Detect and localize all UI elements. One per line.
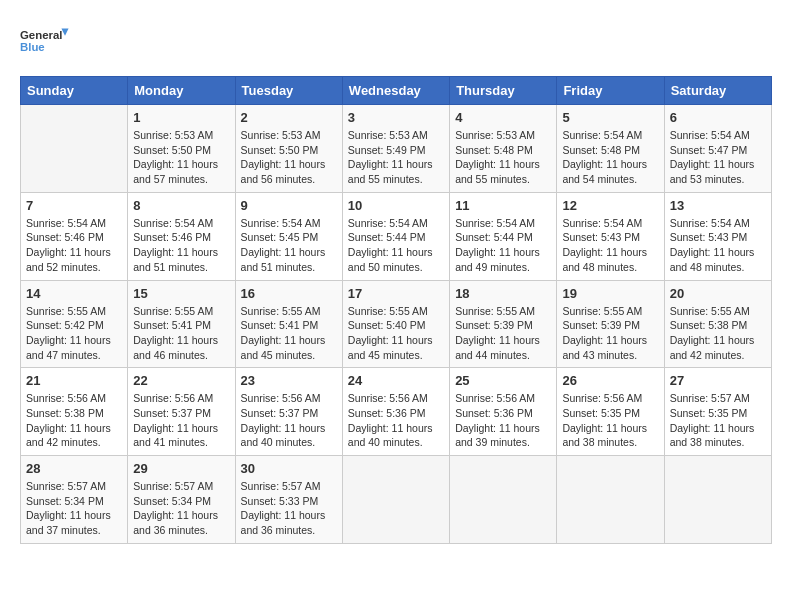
day-number: 2 xyxy=(241,110,337,125)
day-info: Sunrise: 5:55 AMSunset: 5:41 PMDaylight:… xyxy=(241,304,337,363)
day-info: Sunrise: 5:54 AMSunset: 5:43 PMDaylight:… xyxy=(562,216,658,275)
day-number: 18 xyxy=(455,286,551,301)
day-info: Sunrise: 5:56 AMSunset: 5:35 PMDaylight:… xyxy=(562,391,658,450)
calendar-week-row: 1Sunrise: 5:53 AMSunset: 5:50 PMDaylight… xyxy=(21,105,772,193)
calendar-cell: 24Sunrise: 5:56 AMSunset: 5:36 PMDayligh… xyxy=(342,368,449,456)
day-info: Sunrise: 5:55 AMSunset: 5:39 PMDaylight:… xyxy=(455,304,551,363)
day-number: 28 xyxy=(26,461,122,476)
calendar-cell xyxy=(342,456,449,544)
weekday-header-tuesday: Tuesday xyxy=(235,77,342,105)
calendar-cell: 11Sunrise: 5:54 AMSunset: 5:44 PMDayligh… xyxy=(450,192,557,280)
calendar-cell xyxy=(450,456,557,544)
day-info: Sunrise: 5:55 AMSunset: 5:42 PMDaylight:… xyxy=(26,304,122,363)
calendar-cell: 2Sunrise: 5:53 AMSunset: 5:50 PMDaylight… xyxy=(235,105,342,193)
day-number: 25 xyxy=(455,373,551,388)
calendar-week-row: 14Sunrise: 5:55 AMSunset: 5:42 PMDayligh… xyxy=(21,280,772,368)
day-number: 14 xyxy=(26,286,122,301)
day-number: 11 xyxy=(455,198,551,213)
day-number: 9 xyxy=(241,198,337,213)
day-info: Sunrise: 5:55 AMSunset: 5:40 PMDaylight:… xyxy=(348,304,444,363)
day-number: 7 xyxy=(26,198,122,213)
day-info: Sunrise: 5:55 AMSunset: 5:41 PMDaylight:… xyxy=(133,304,229,363)
day-number: 26 xyxy=(562,373,658,388)
calendar-cell: 9Sunrise: 5:54 AMSunset: 5:45 PMDaylight… xyxy=(235,192,342,280)
calendar-week-row: 28Sunrise: 5:57 AMSunset: 5:34 PMDayligh… xyxy=(21,456,772,544)
day-number: 24 xyxy=(348,373,444,388)
weekday-header-sunday: Sunday xyxy=(21,77,128,105)
day-number: 4 xyxy=(455,110,551,125)
day-info: Sunrise: 5:57 AMSunset: 5:35 PMDaylight:… xyxy=(670,391,766,450)
day-number: 17 xyxy=(348,286,444,301)
day-info: Sunrise: 5:57 AMSunset: 5:34 PMDaylight:… xyxy=(133,479,229,538)
day-number: 21 xyxy=(26,373,122,388)
day-info: Sunrise: 5:54 AMSunset: 5:44 PMDaylight:… xyxy=(455,216,551,275)
calendar-cell: 16Sunrise: 5:55 AMSunset: 5:41 PMDayligh… xyxy=(235,280,342,368)
calendar-cell: 25Sunrise: 5:56 AMSunset: 5:36 PMDayligh… xyxy=(450,368,557,456)
calendar-cell: 23Sunrise: 5:56 AMSunset: 5:37 PMDayligh… xyxy=(235,368,342,456)
calendar-cell: 3Sunrise: 5:53 AMSunset: 5:49 PMDaylight… xyxy=(342,105,449,193)
calendar-cell: 13Sunrise: 5:54 AMSunset: 5:43 PMDayligh… xyxy=(664,192,771,280)
calendar-cell: 19Sunrise: 5:55 AMSunset: 5:39 PMDayligh… xyxy=(557,280,664,368)
day-info: Sunrise: 5:53 AMSunset: 5:50 PMDaylight:… xyxy=(133,128,229,187)
day-info: Sunrise: 5:56 AMSunset: 5:36 PMDaylight:… xyxy=(348,391,444,450)
day-number: 19 xyxy=(562,286,658,301)
calendar-cell: 12Sunrise: 5:54 AMSunset: 5:43 PMDayligh… xyxy=(557,192,664,280)
day-number: 16 xyxy=(241,286,337,301)
calendar-cell xyxy=(664,456,771,544)
calendar-cell: 1Sunrise: 5:53 AMSunset: 5:50 PMDaylight… xyxy=(128,105,235,193)
day-number: 8 xyxy=(133,198,229,213)
weekday-header-monday: Monday xyxy=(128,77,235,105)
day-info: Sunrise: 5:55 AMSunset: 5:38 PMDaylight:… xyxy=(670,304,766,363)
calendar-table: SundayMondayTuesdayWednesdayThursdayFrid… xyxy=(20,76,772,544)
calendar-cell: 18Sunrise: 5:55 AMSunset: 5:39 PMDayligh… xyxy=(450,280,557,368)
day-number: 5 xyxy=(562,110,658,125)
day-number: 30 xyxy=(241,461,337,476)
day-info: Sunrise: 5:55 AMSunset: 5:39 PMDaylight:… xyxy=(562,304,658,363)
calendar-cell: 27Sunrise: 5:57 AMSunset: 5:35 PMDayligh… xyxy=(664,368,771,456)
day-number: 29 xyxy=(133,461,229,476)
day-number: 3 xyxy=(348,110,444,125)
day-number: 10 xyxy=(348,198,444,213)
day-info: Sunrise: 5:54 AMSunset: 5:46 PMDaylight:… xyxy=(26,216,122,275)
day-info: Sunrise: 5:56 AMSunset: 5:37 PMDaylight:… xyxy=(133,391,229,450)
calendar-cell xyxy=(21,105,128,193)
day-info: Sunrise: 5:53 AMSunset: 5:49 PMDaylight:… xyxy=(348,128,444,187)
calendar-week-row: 7Sunrise: 5:54 AMSunset: 5:46 PMDaylight… xyxy=(21,192,772,280)
calendar-cell: 17Sunrise: 5:55 AMSunset: 5:40 PMDayligh… xyxy=(342,280,449,368)
svg-marker-2 xyxy=(61,29,68,36)
calendar-cell: 6Sunrise: 5:54 AMSunset: 5:47 PMDaylight… xyxy=(664,105,771,193)
day-info: Sunrise: 5:53 AMSunset: 5:48 PMDaylight:… xyxy=(455,128,551,187)
day-number: 22 xyxy=(133,373,229,388)
day-info: Sunrise: 5:56 AMSunset: 5:36 PMDaylight:… xyxy=(455,391,551,450)
logo-svg: General Blue xyxy=(20,20,70,60)
day-info: Sunrise: 5:54 AMSunset: 5:43 PMDaylight:… xyxy=(670,216,766,275)
svg-text:Blue: Blue xyxy=(20,41,45,53)
weekday-header-wednesday: Wednesday xyxy=(342,77,449,105)
calendar-cell: 29Sunrise: 5:57 AMSunset: 5:34 PMDayligh… xyxy=(128,456,235,544)
calendar-cell: 4Sunrise: 5:53 AMSunset: 5:48 PMDaylight… xyxy=(450,105,557,193)
day-number: 1 xyxy=(133,110,229,125)
weekday-header-friday: Friday xyxy=(557,77,664,105)
weekday-header-thursday: Thursday xyxy=(450,77,557,105)
calendar-cell: 10Sunrise: 5:54 AMSunset: 5:44 PMDayligh… xyxy=(342,192,449,280)
day-number: 6 xyxy=(670,110,766,125)
calendar-cell: 21Sunrise: 5:56 AMSunset: 5:38 PMDayligh… xyxy=(21,368,128,456)
day-number: 12 xyxy=(562,198,658,213)
day-number: 23 xyxy=(241,373,337,388)
calendar-cell: 14Sunrise: 5:55 AMSunset: 5:42 PMDayligh… xyxy=(21,280,128,368)
calendar-week-row: 21Sunrise: 5:56 AMSunset: 5:38 PMDayligh… xyxy=(21,368,772,456)
day-info: Sunrise: 5:54 AMSunset: 5:48 PMDaylight:… xyxy=(562,128,658,187)
svg-text:General: General xyxy=(20,29,62,41)
weekday-header-row: SundayMondayTuesdayWednesdayThursdayFrid… xyxy=(21,77,772,105)
day-info: Sunrise: 5:56 AMSunset: 5:37 PMDaylight:… xyxy=(241,391,337,450)
day-info: Sunrise: 5:54 AMSunset: 5:44 PMDaylight:… xyxy=(348,216,444,275)
day-info: Sunrise: 5:57 AMSunset: 5:33 PMDaylight:… xyxy=(241,479,337,538)
day-info: Sunrise: 5:54 AMSunset: 5:45 PMDaylight:… xyxy=(241,216,337,275)
day-number: 20 xyxy=(670,286,766,301)
calendar-cell xyxy=(557,456,664,544)
weekday-header-saturday: Saturday xyxy=(664,77,771,105)
calendar-cell: 28Sunrise: 5:57 AMSunset: 5:34 PMDayligh… xyxy=(21,456,128,544)
day-info: Sunrise: 5:53 AMSunset: 5:50 PMDaylight:… xyxy=(241,128,337,187)
day-number: 27 xyxy=(670,373,766,388)
calendar-cell: 7Sunrise: 5:54 AMSunset: 5:46 PMDaylight… xyxy=(21,192,128,280)
